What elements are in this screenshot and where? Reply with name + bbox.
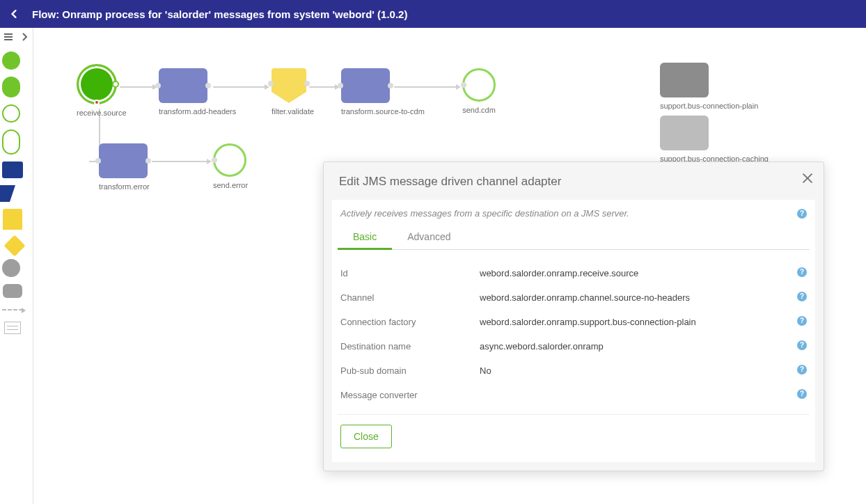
- palette-item-note[interactable]: [4, 322, 21, 334]
- palette-item-outbound-gateway[interactable]: [2, 129, 20, 155]
- help-icon[interactable]: ?: [797, 340, 807, 350]
- dialog-description: Actively receives messages from a specif…: [340, 208, 629, 219]
- node-send-cdm[interactable]: send.cdm: [462, 68, 496, 114]
- node-receive-source[interactable]: receive.source: [77, 64, 127, 117]
- palette-item-channel[interactable]: [2, 309, 23, 319]
- connector: [152, 161, 207, 162]
- prop-row-message-converter: Message converter ?: [338, 383, 810, 407]
- node-label: transform.add-headers: [159, 107, 236, 116]
- palette-header: [0, 32, 33, 45]
- dialog-title: Edit JMS message driven channel adapter: [324, 162, 824, 191]
- palette-item-service[interactable]: [2, 162, 23, 178]
- prop-row-channel: Channel webord.salorder.onramp.channel.s…: [338, 285, 810, 310]
- node-send-error[interactable]: send.error: [213, 143, 248, 189]
- tab-advanced[interactable]: Advanced: [392, 226, 466, 249]
- prop-label: Message converter: [338, 383, 477, 407]
- prop-value[interactable]: webord.salorder.onramp.channel.source-no…: [477, 285, 792, 310]
- node-filter-validate[interactable]: filter.validate: [271, 68, 314, 116]
- back-button[interactable]: [7, 7, 21, 21]
- palette-item-outbound-adapter[interactable]: [2, 104, 20, 123]
- palette-item-inbound-gateway[interactable]: [2, 77, 20, 97]
- palette: [0, 28, 33, 504]
- tab-basic[interactable]: Basic: [338, 226, 392, 250]
- prop-row-destination-name: Destination name async.webord.salorder.o…: [338, 334, 810, 359]
- palette-item-support-block[interactable]: [3, 284, 22, 298]
- dialog-footer: Close: [338, 414, 810, 452]
- prop-label: Pub-sub domain: [338, 359, 477, 383]
- dialog-close-button[interactable]: [801, 172, 814, 184]
- node-transform-source-to-cdm[interactable]: transform.source-to-cdm: [341, 68, 425, 116]
- help-icon[interactable]: ?: [797, 365, 807, 375]
- prop-row-pub-sub-domain: Pub-sub domain No ?: [338, 359, 810, 383]
- menu-icon[interactable]: [3, 32, 13, 42]
- prop-row-connection-factory: Connection factory webord.salorder.onram…: [338, 310, 810, 334]
- prop-value[interactable]: webord.salorder.onramp.support.bus-conne…: [477, 310, 792, 334]
- svg-text:?: ?: [800, 268, 804, 276]
- node-label: transform.error: [99, 182, 150, 191]
- node-label: send.cdm: [462, 106, 496, 114]
- node-transform-error[interactable]: transform.error: [99, 143, 150, 191]
- palette-item-inbound-adapter[interactable]: [2, 52, 20, 70]
- palette-item-router[interactable]: [3, 235, 25, 256]
- prop-label: Destination name: [338, 334, 477, 359]
- edit-adapter-dialog: Edit JMS message driven channel adapter …: [323, 162, 824, 471]
- svg-text:?: ?: [800, 210, 804, 217]
- svg-text:?: ?: [800, 317, 804, 324]
- header-bar: Flow: Onramp process for 'salorder' mess…: [0, 0, 866, 28]
- properties-table: Id webord.salorder.onramp.receive.source…: [338, 261, 810, 407]
- svg-text:?: ?: [800, 341, 804, 349]
- help-icon[interactable]: ?: [797, 267, 807, 277]
- close-icon: [801, 172, 814, 184]
- prop-value[interactable]: [477, 383, 792, 407]
- prop-value[interactable]: No: [477, 359, 792, 383]
- prop-label: Connection factory: [338, 310, 477, 334]
- node-support-bus-connection-caching[interactable]: support.bus-connection-caching: [660, 116, 769, 163]
- dialog-body: Actively receives messages from a specif…: [332, 200, 815, 462]
- dialog-tabs: Basic Advanced: [338, 226, 810, 250]
- node-label: transform.source-to-cdm: [341, 107, 425, 116]
- chevron-right-icon[interactable]: [20, 32, 30, 42]
- prop-row-id: Id webord.salorder.onramp.receive.source…: [338, 261, 810, 285]
- prop-label: Id: [338, 261, 477, 285]
- node-label: send.error: [213, 181, 248, 189]
- help-icon[interactable]: ?: [797, 389, 807, 399]
- palette-item-support-circle[interactable]: [2, 259, 20, 277]
- svg-text:?: ?: [800, 390, 804, 397]
- help-icon[interactable]: ?: [797, 292, 807, 301]
- node-label: filter.validate: [271, 107, 314, 116]
- close-button[interactable]: Close: [340, 425, 392, 448]
- help-icon[interactable]: ?: [797, 316, 807, 326]
- node-label: receive.source: [77, 109, 127, 117]
- palette-item-filter[interactable]: [3, 209, 22, 230]
- help-icon[interactable]: ?: [797, 209, 807, 219]
- node-support-bus-connection-plain[interactable]: support.bus-connection-plain: [660, 63, 758, 110]
- prop-value[interactable]: webord.salorder.onramp.receive.source: [477, 261, 792, 285]
- svg-text:?: ?: [800, 292, 804, 300]
- chevron-left-icon: [10, 10, 18, 18]
- prop-value[interactable]: async.webord.salorder.onramp: [477, 334, 792, 359]
- page-title: Flow: Onramp process for 'salorder' mess…: [32, 8, 407, 20]
- node-label: support.bus-connection-plain: [660, 102, 758, 110]
- svg-text:?: ?: [800, 365, 804, 373]
- prop-label: Channel: [338, 285, 477, 310]
- node-transform-add-headers[interactable]: transform.add-headers: [159, 68, 236, 116]
- palette-item-transformer[interactable]: [10, 185, 15, 202]
